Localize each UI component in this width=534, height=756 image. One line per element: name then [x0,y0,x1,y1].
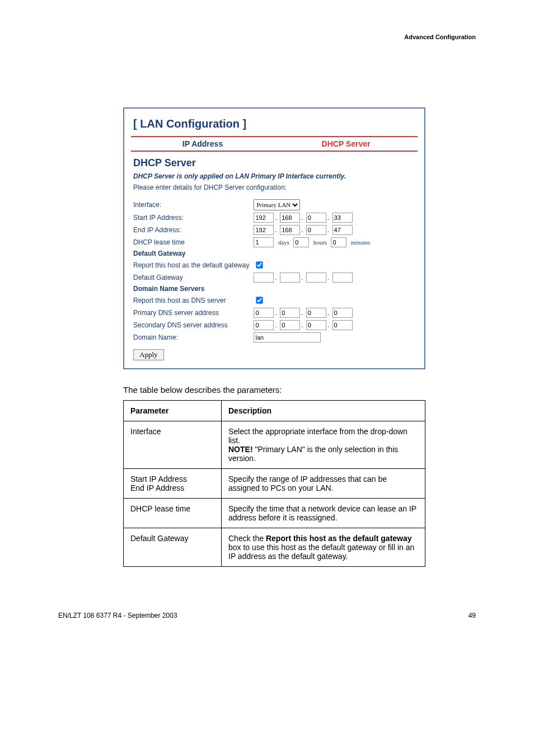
table-row: Default Gateway Check the Report this ho… [124,528,425,567]
end-ip-4[interactable] [332,225,353,235]
dhcp-section-title: DHCP Server [133,157,415,169]
cell-param: Default Gateway [124,528,222,567]
tab-dhcp-server[interactable]: DHCP Server [274,137,418,151]
gw-ip-1[interactable] [254,273,274,283]
unit-days: days [276,239,292,246]
dot: . [274,309,278,317]
dns1-1[interactable] [254,308,274,318]
lan-config-panel: [ LAN Configuration ] IP Address DHCP Se… [123,107,425,369]
dot: . [300,226,304,234]
dot: . [274,321,278,329]
param-table: Parameter Description Interface Select t… [123,400,425,567]
gw-ip-2[interactable] [280,273,300,283]
lease-hours[interactable] [293,237,309,247]
cell-param: DHCP lease time [124,499,222,528]
dns-report-label: Report this host as DNS server [131,294,251,307]
cell-desc: Specify the time that a network device c… [222,499,425,528]
cell-desc: Specify the range of IP addresses that c… [222,469,425,499]
table-row: Interface Select the appropriate interfa… [124,421,425,469]
domain-input[interactable] [254,332,321,342]
th-description: Description [222,401,425,421]
cell-desc: Check the Report this host as the defaul… [222,528,425,567]
lease-days[interactable] [254,237,274,247]
gw-heading: Default Gateway [131,248,418,259]
unit-hours: hours [311,239,329,246]
gw-report-label: Report this host as the default gateway [131,259,251,271]
section-header: Advanced Configuration [56,34,478,40]
dhcp-form: Interface: Primary LAN Start IP Address:… [131,198,418,344]
dns1-2[interactable] [280,308,300,318]
dns-secondary-label: Secondary DNS server address [131,319,251,331]
footer-left: EN/LZT 108 6377 R4 - September 2003 [58,612,177,619]
end-ip-label: End IP Address: [131,224,251,236]
dns-report-checkbox[interactable] [256,297,263,303]
dns-primary-label: Primary DNS server address [131,307,251,319]
dot: . [326,226,330,234]
dot: . [300,321,304,329]
dns1-4[interactable] [332,308,353,318]
table-row: Start IP Address End IP Address Specify … [124,469,425,499]
table-row: DHCP lease time Specify the time that a … [124,499,425,528]
page-footer: EN/LZT 108 6377 R4 - September 2003 49 [56,612,478,619]
cell-desc: Select the appropriate interface from th… [222,421,425,469]
dns2-3[interactable] [306,320,326,330]
apply-button[interactable]: Apply [133,349,164,360]
dns2-4[interactable] [332,320,353,330]
start-ip-1[interactable] [254,213,274,223]
lease-label: DHCP lease time [131,236,251,248]
dhcp-note: DHCP Server is only applied on LAN Prima… [133,172,415,180]
dot: . [300,214,304,222]
gw-default-label: Default Gateway [131,271,251,284]
dhcp-hint: Please enter details for DHCP Server con… [133,184,415,191]
interface-label: Interface: [131,198,251,212]
dot: . [300,274,304,281]
table-caption: The table below describes the parameters… [123,385,478,395]
dot: . [274,274,278,281]
tab-bar: IP Address DHCP Server [131,136,418,152]
lease-minutes[interactable] [331,237,346,247]
dot: . [300,309,304,317]
dot: . [274,214,278,222]
start-ip-2[interactable] [280,213,300,223]
dot: . [274,226,278,234]
dns2-2[interactable] [280,320,300,330]
start-ip-3[interactable] [306,213,326,223]
gw-ip-3[interactable] [306,273,326,283]
domain-label: Domain Name: [131,331,251,344]
start-ip-label: Start IP Address: [131,212,251,224]
end-ip-1[interactable] [254,225,274,235]
dns2-1[interactable] [254,320,274,330]
dot: . [326,309,330,317]
cell-param: Start IP Address End IP Address [124,469,222,499]
tab-ip-address[interactable]: IP Address [131,137,274,151]
end-ip-2[interactable] [280,225,300,235]
footer-page-number: 49 [469,612,476,619]
end-ip-3[interactable] [306,225,326,235]
th-parameter: Parameter [124,401,222,421]
dot: . [326,214,330,222]
gw-report-checkbox[interactable] [256,261,263,268]
dns1-3[interactable] [306,308,326,318]
dns-heading: Domain Name Servers [131,284,418,294]
dot: . [326,274,330,281]
panel-title: [ LAN Configuration ] [133,118,415,130]
start-ip-4[interactable] [332,213,353,223]
gw-ip-4[interactable] [332,273,353,283]
dot: . [326,321,330,329]
unit-minutes: minutes [349,239,373,246]
interface-select[interactable]: Primary LAN [254,199,300,210]
cell-param: Interface [124,421,222,469]
